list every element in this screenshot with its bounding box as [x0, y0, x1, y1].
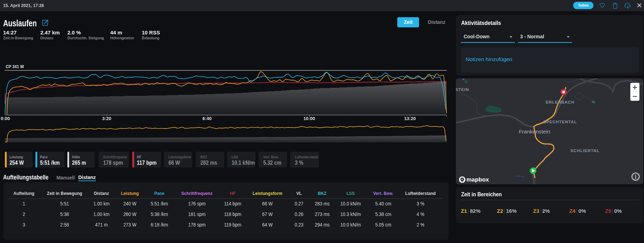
svg-text:SCHLIERTAL: SCHLIERTAL: [571, 149, 600, 153]
svg-text:Frankenstein: Frankenstein: [519, 129, 550, 134]
svg-text:ERLENBACH: ERLENBACH: [546, 100, 575, 104]
svg-text:mapbox: mapbox: [466, 176, 489, 183]
svg-text:STEIN: STEIN: [456, 87, 469, 92]
svg-text:SPECHTENTAL: SPECHTENTAL: [543, 120, 577, 124]
